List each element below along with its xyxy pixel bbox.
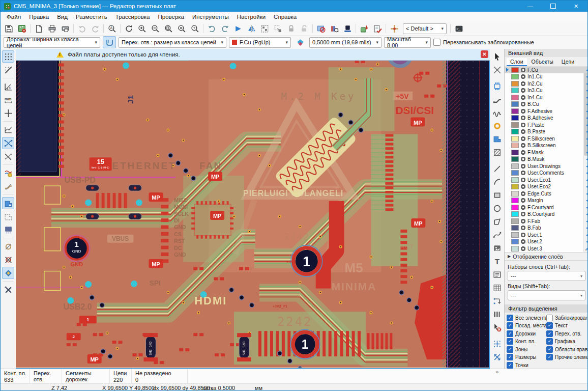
filter-item-5[interactable]: ✓Перех. отв. <box>546 330 588 337</box>
board-setup-button[interactable] <box>15 22 28 35</box>
menu-5[interactable]: Проверка <box>154 13 188 21</box>
plot-button[interactable] <box>58 22 72 35</box>
filter-checkbox[interactable]: ✓ <box>507 354 513 360</box>
ratsnest-visibility-button[interactable] <box>2 124 14 136</box>
draw-arc-button[interactable] <box>491 176 503 188</box>
layer-visibility-eye-icon[interactable] <box>521 212 525 216</box>
layer-visibility-eye-icon[interactable] <box>521 205 525 210</box>
print-button[interactable] <box>45 22 58 35</box>
layer-visibility-eye-icon[interactable] <box>521 150 525 155</box>
layer-row-User.Drawings[interactable]: User.Drawings <box>505 163 588 170</box>
zoom-selection-button[interactable] <box>188 22 201 35</box>
layer-color-swatch[interactable] <box>511 211 519 217</box>
filter-checkbox[interactable]: ✓ <box>507 322 513 329</box>
delete-tool-button[interactable] <box>491 321 503 333</box>
pcb-canvas[interactable]: SH2 GND SH1 GND 1 1 <box>16 49 490 369</box>
override-locked-checkbox[interactable] <box>433 39 440 46</box>
add-table-button[interactable] <box>491 282 503 294</box>
close-button[interactable]: ✕ <box>565 1 587 12</box>
layer-color-swatch[interactable] <box>511 191 519 197</box>
layer-color-swatch[interactable] <box>511 225 519 231</box>
layer-row-B.Courtyard[interactable]: B.Courtyard <box>505 211 588 218</box>
layer-visibility-eye-icon[interactable] <box>521 88 525 93</box>
layer-color-swatch[interactable] <box>511 246 519 252</box>
add-rule-area-button[interactable] <box>491 146 503 158</box>
layer-visibility-eye-icon[interactable] <box>521 178 525 182</box>
filter-item-12[interactable]: ✓Точки <box>507 361 546 369</box>
filter-checkbox[interactable]: ✓ <box>507 338 513 345</box>
menu-0[interactable]: Файл <box>3 13 25 21</box>
layer-color-swatch[interactable] <box>511 177 519 183</box>
layer-color-swatch[interactable] <box>511 232 519 238</box>
layer-visibility-eye-icon[interactable] <box>521 102 525 106</box>
layer-color-swatch[interactable] <box>511 163 519 169</box>
layer-visibility-eye-icon[interactable] <box>521 116 525 120</box>
filter-item-11[interactable]: ✓Прочие элементы <box>546 354 588 361</box>
add-textbox-button[interactable] <box>491 268 503 281</box>
filter-item-2[interactable]: ✓Посад. места <box>507 322 546 329</box>
layer-row-F.Paste[interactable]: F.Paste <box>505 122 588 129</box>
layer-row-F.Silkscreen[interactable]: F.Silkscreen <box>505 135 588 143</box>
add-dimension-button[interactable] <box>491 295 503 307</box>
tab-Цепи[interactable]: Цепи <box>558 58 578 66</box>
flip-board-view-button[interactable] <box>231 22 245 35</box>
menu-4[interactable]: Трассировка <box>111 13 154 21</box>
route-tracks-button[interactable] <box>491 93 503 105</box>
layer-row-F.Mask[interactable]: F.Mask <box>505 149 588 156</box>
net-names-mode-button[interactable] <box>2 180 14 192</box>
draw-bezier-button[interactable] <box>491 229 503 241</box>
unlock-button[interactable] <box>298 22 311 35</box>
menu-6[interactable]: Инструменты <box>188 13 233 21</box>
redo-button[interactable] <box>89 22 102 35</box>
layer-row-B.Mask[interactable]: B.Mask <box>505 156 588 163</box>
layer-color-swatch[interactable] <box>511 198 519 203</box>
layer-row-B.Paste[interactable]: B.Paste <box>505 128 588 135</box>
layer-row-F.Cu[interactable]: F.Cu <box>505 67 588 74</box>
layer-color-swatch[interactable] <box>511 81 519 87</box>
grid-origin-button[interactable] <box>491 338 503 350</box>
tune-length-button[interactable] <box>491 106 503 119</box>
layer-visibility-eye-icon[interactable] <box>521 246 525 251</box>
cursor-shape-button[interactable] <box>2 107 14 119</box>
layer-visibility-eye-icon[interactable] <box>521 171 525 175</box>
layer-color-swatch[interactable] <box>511 205 519 210</box>
layer-visibility-eye-icon[interactable] <box>521 233 525 237</box>
infobar-close-button[interactable]: ✕ <box>481 50 488 58</box>
minimize-button[interactable]: — <box>519 1 542 12</box>
active-layer-select[interactable]: F.Cu (PgUp)▾ <box>229 37 291 48</box>
layer-row-B.Silkscreen[interactable]: B.Silkscreen <box>505 142 588 149</box>
maximize-button[interactable] <box>542 1 565 12</box>
menu-2[interactable]: Вид <box>53 13 72 21</box>
layer-visibility-eye-icon[interactable] <box>521 81 525 86</box>
update-pcb-from-schematic-button[interactable] <box>358 22 371 35</box>
layer-visibility-eye-icon[interactable] <box>521 95 525 100</box>
layer-visibility-eye-icon[interactable] <box>521 68 525 72</box>
filter-checkbox[interactable]: ✓ <box>507 346 513 353</box>
layer-visibility-eye-icon[interactable] <box>521 239 525 244</box>
filter-checkbox[interactable]: ✓ <box>546 338 553 345</box>
drill-origin-button[interactable] <box>491 351 503 363</box>
refresh-view-button[interactable] <box>122 22 135 35</box>
layer-row-User.2[interactable]: User.2 <box>505 238 588 245</box>
layer-row-F.Adhesive[interactable]: F.Adhesive <box>505 108 588 115</box>
mirror-button[interactable] <box>245 22 258 35</box>
filter-checkbox[interactable]: ✓ <box>507 362 513 369</box>
via-size-select[interactable]: Перех. отв.: размер из класса цепей▾ <box>119 37 226 48</box>
draw-line-button[interactable] <box>491 162 503 175</box>
filter-item-4[interactable]: ✓Дорожки <box>507 330 546 337</box>
draw-circle-button[interactable] <box>491 202 503 214</box>
highlight-net-tool-button[interactable] <box>388 22 401 35</box>
page-settings-button[interactable] <box>32 22 45 35</box>
layer-color-swatch[interactable] <box>511 115 519 121</box>
add-stackup-table-button[interactable] <box>491 308 503 320</box>
filter-item-8[interactable]: ✓Зоны <box>507 346 546 353</box>
menu-8[interactable]: Справка <box>270 13 301 21</box>
curved-ratsnest-button[interactable] <box>2 137 14 149</box>
filter-item-3[interactable]: ✓Текст <box>546 322 588 329</box>
threed-viewer-button[interactable] <box>341 22 354 35</box>
local-ratsnest-button[interactable] <box>491 64 503 76</box>
layer-row-F.Courtyard[interactable]: F.Courtyard <box>505 204 588 211</box>
layer-visibility-eye-icon[interactable] <box>521 74 525 79</box>
add-footprint-button[interactable] <box>491 80 503 92</box>
layer-display-options[interactable]: ▶ Отображение слоёв <box>505 252 588 261</box>
